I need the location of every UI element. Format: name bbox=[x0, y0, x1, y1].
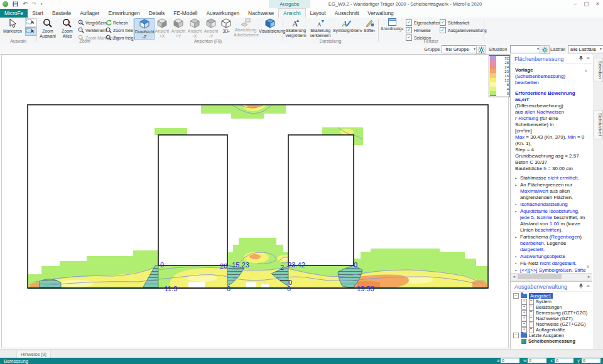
qat-dropdown-icon[interactable]: ▾ bbox=[41, 1, 43, 7]
verkleinern-button[interactable]: - Verkleinern bbox=[78, 27, 107, 33]
collapse-icon[interactable]: − bbox=[513, 333, 519, 338]
undo-icon[interactable]: ↶ bbox=[23, 1, 28, 7]
panel-bullet-item: Farbschema (Regenbogen) bearbeiten, Lege… bbox=[515, 234, 587, 253]
checkbox-icon: ✓ bbox=[406, 27, 412, 33]
markieren-button[interactable]: Markieren bbox=[1, 18, 24, 34]
panel-bullet-item: Stahlmasse nicht ermittelt. bbox=[515, 175, 587, 181]
tab-details[interactable]: Details bbox=[144, 9, 170, 18]
collapse-section-icon[interactable]: ∧ bbox=[584, 68, 587, 74]
tree-item-scheibenbemessung[interactable]: Scheibenbemessung bbox=[511, 338, 592, 344]
tab-bauteile[interactable]: Bauteile bbox=[48, 9, 75, 18]
coord-field-w[interactable]: w0 bbox=[523, 358, 546, 363]
tab-fe-modell[interactable]: FE-Modell bbox=[169, 9, 202, 18]
situation-combobox[interactable]: ▾ bbox=[510, 45, 541, 53]
tree-item-label: Letzte Ausgaben bbox=[529, 333, 564, 338]
output-tree: −Ausgabe1+System+Belastungen+Bemessung (… bbox=[511, 292, 592, 344]
checkbox-eigenschaften[interactable]: ✓Eigenschaften bbox=[406, 19, 440, 26]
abwicklung-button[interactable]: Abwicklung Arbeitsebene bbox=[234, 18, 258, 37]
panel-text-line: r-Richtung (für eine Scheibenseite) in bbox=[515, 115, 587, 128]
skalierung-vergroessern-button[interactable]: A Skalierung vergrößern bbox=[284, 18, 308, 38]
close-panel-icon[interactable]: × bbox=[587, 55, 590, 61]
expand-icon[interactable]: + bbox=[521, 299, 527, 304]
app-icon[interactable] bbox=[3, 1, 8, 7]
tab-ansicht[interactable]: Ansicht bbox=[278, 8, 305, 18]
horizontal-scrollbar[interactable]: ◄ ► bbox=[511, 273, 592, 281]
collapse-icon[interactable]: − bbox=[513, 293, 519, 299]
dashed-box-cursor-icon bbox=[26, 28, 35, 34]
pin-icon[interactable] bbox=[579, 283, 584, 289]
panel-ausgabenverwaltung: Ausgabenverwaltung × −Ausgabe1+System+Be… bbox=[511, 281, 592, 344]
ansicht-plus-x-button[interactable]: Ansicht +X bbox=[155, 18, 170, 38]
coord-field-xp[interactable]: x'0 bbox=[550, 358, 573, 363]
tree-item-nachweise-gzt-[interactable]: +Nachweise (GZT) bbox=[511, 316, 592, 321]
coord-field-yp[interactable]: y'0 bbox=[577, 358, 600, 363]
cube-gray-icon bbox=[189, 18, 200, 28]
expand-icon[interactable]: + bbox=[521, 310, 527, 316]
save-icon[interactable] bbox=[13, 1, 18, 7]
expand-icon[interactable]: + bbox=[521, 316, 527, 321]
3d-button[interactable]: 3D▾ bbox=[220, 18, 232, 35]
tree-item-bemessung-gzt-gzg-[interactable]: +Bemessung (GZT+GZG) bbox=[511, 310, 592, 316]
expand-icon[interactable]: + bbox=[521, 304, 527, 310]
tree-item-nachweise-gzt-gzg-[interactable]: +Nachweise (GZT+GZG) bbox=[511, 321, 592, 327]
scroll-left-icon[interactable]: ◄ bbox=[512, 274, 516, 279]
scroll-right-icon[interactable]: ► bbox=[587, 274, 591, 279]
stifte-button[interactable]: Stifte▾ bbox=[361, 18, 378, 34]
ansicht-minus-y-button[interactable]: Ansicht -Y bbox=[204, 18, 219, 38]
tab-auflager[interactable]: Auflager bbox=[75, 9, 104, 18]
lastfall-combobox[interactable]: alle Lastfälle▾ bbox=[568, 45, 603, 53]
tab-nachweise[interactable]: Nachweise bbox=[244, 9, 278, 18]
gruppe-settings-button[interactable] bbox=[476, 45, 486, 54]
panel-text-line: [cm²/m] bbox=[515, 128, 587, 134]
redo-icon[interactable]: ↷ bbox=[32, 1, 37, 7]
tree-item-ausgabe1[interactable]: −Ausgabe1 bbox=[511, 293, 592, 299]
expand-icon[interactable]: + bbox=[521, 321, 527, 327]
tree-item-belastungen[interactable]: +Belastungen bbox=[511, 304, 592, 310]
situation-settings-button[interactable] bbox=[540, 45, 550, 54]
zoom-auswahl-button[interactable]: Zoom Auswahl bbox=[38, 18, 58, 38]
tree-item-letzte-ausgaben[interactable]: −Letzte Ausgaben bbox=[511, 333, 592, 338]
ansicht-plus-y-button[interactable]: Ansicht +Y bbox=[171, 18, 186, 38]
symbolgroessen-button[interactable]: A Symbolgrößen▾ bbox=[333, 18, 361, 34]
side-tab-sichtbarkeit[interactable]: Sichtbarkeit bbox=[594, 110, 603, 139]
group-label-zoom: Zoom bbox=[36, 39, 133, 43]
tree-item-system[interactable]: +System bbox=[511, 299, 592, 304]
group-label-ansichten: Ansichten (F8) bbox=[133, 39, 283, 43]
tab-layout[interactable]: Layout bbox=[306, 9, 330, 18]
close-panel-icon[interactable]: × bbox=[587, 283, 590, 289]
scrollbar-thumb[interactable] bbox=[518, 274, 562, 279]
vergroessern-button[interactable]: + Vergrößern bbox=[78, 19, 107, 26]
coord-field-a[interactable]: a0 bbox=[497, 358, 519, 363]
model-canvas[interactable] bbox=[1, 55, 509, 348]
selection-mode-1-button[interactable] bbox=[25, 18, 36, 27]
restore-button[interactable]: ▢ bbox=[584, 1, 589, 7]
zoom-alles-button[interactable]: x Zoom Alles bbox=[58, 18, 77, 38]
selection-mode-2-button[interactable] bbox=[25, 27, 36, 36]
tab-auswirkungen[interactable]: Auswirkungen bbox=[202, 9, 244, 18]
draufsicht-z-button[interactable]: Draufsicht -Z bbox=[134, 18, 155, 40]
skalierung-verkleinern-button[interactable]: A Skalierung verkleinern bbox=[308, 18, 332, 38]
checkbox-sichtbarkeit[interactable]: ✓Sichtbarkeit bbox=[440, 19, 469, 26]
visualisierung-button[interactable]: Visualisierung bbox=[259, 18, 281, 34]
checkbox-ausgabenverwaltung[interactable]: ✓Ausgabenverwaltung bbox=[440, 27, 487, 33]
refresh-button[interactable]: Refresh bbox=[106, 19, 128, 26]
anordnung-button[interactable]: Anordnung▾ bbox=[381, 18, 403, 32]
close-button[interactable]: × bbox=[596, 1, 599, 7]
panel-scroll-down-icon[interactable]: ∨ bbox=[586, 264, 590, 269]
minimize-button[interactable]: – bbox=[573, 1, 577, 7]
gruppe-combobox[interactable]: -frei Gruppe-▾ bbox=[442, 45, 477, 53]
quick-access-toolbar: ↶ ↷ ▾ bbox=[3, 1, 43, 8]
vorlage-line[interactable]: Vorlage (Scheibenbemessung) bearbeiten∧ bbox=[515, 67, 587, 86]
tree-item-label: Belastungen bbox=[536, 304, 562, 310]
checkbox-icon: ✓ bbox=[406, 19, 412, 26]
checkbox-hinweise[interactable]: ✓Hinweise bbox=[406, 27, 431, 33]
tab-verwaltung[interactable]: Verwaltung bbox=[363, 9, 398, 18]
tab-microfe[interactable]: MicroFe bbox=[0, 9, 28, 18]
tab-einwirkungen[interactable]: Einwirkungen bbox=[104, 9, 144, 18]
side-tab-selektion[interactable]: Selektion bbox=[594, 58, 603, 82]
tab-start[interactable]: Start bbox=[28, 9, 48, 18]
tab-ausschnitt[interactable]: Ausschnitt bbox=[330, 9, 364, 18]
contextual-tab-ausgabe[interactable]: Ausgabe bbox=[269, 0, 310, 8]
ansicht-minus-x-button[interactable]: Ansicht -X bbox=[187, 18, 202, 38]
pin-icon[interactable] bbox=[579, 55, 584, 61]
